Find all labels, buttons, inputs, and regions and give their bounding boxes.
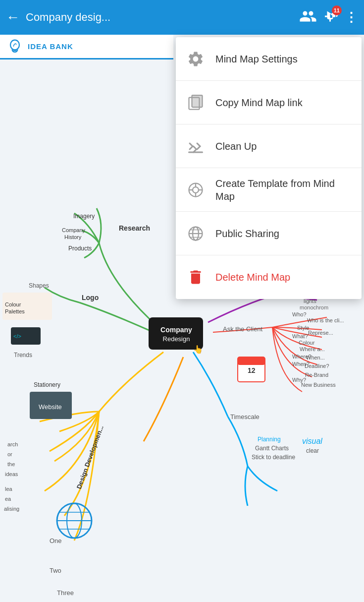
menu-label-create-template: Create Template from Mind Map	[215, 177, 352, 203]
svg-text:Ask the Client: Ask the Client	[223, 325, 263, 333]
svg-text:Colour: Colour	[5, 301, 21, 307]
svg-text:Where a...: Where a...	[300, 346, 325, 352]
svg-text:Website: Website	[39, 403, 62, 411]
menu-label-mind-map-settings: Mind Map Settings	[215, 53, 298, 65]
menu-item-delete-mind-map[interactable]: Delete Mind Map	[176, 255, 362, 299]
menu-item-create-template[interactable]: Create Template from Mind Map	[176, 168, 362, 212]
globe-icon	[186, 224, 206, 243]
menu-item-copy-link[interactable]: Copy Mind Map link	[176, 81, 362, 124]
dropdown-menu: Mind Map Settings Copy Mind Map link Cle…	[176, 37, 362, 299]
svg-text:Two: Two	[50, 567, 61, 574]
header-icons: 11 ⋮	[299, 7, 358, 27]
gear-icon	[186, 49, 206, 69]
svg-text:Represe...: Represe...	[308, 330, 333, 336]
users-icon-button[interactable]	[299, 7, 317, 27]
svg-text:</>: </>	[13, 333, 21, 339]
svg-text:Products: Products	[68, 245, 92, 252]
menu-item-public-sharing[interactable]: Public Sharing	[176, 212, 362, 255]
svg-text:👆: 👆	[193, 345, 203, 354]
svg-point-75	[193, 187, 199, 193]
svg-point-0	[10, 40, 19, 50]
svg-text:monochrom: monochrom	[300, 304, 328, 310]
svg-text:Who?: Who?	[292, 311, 307, 317]
svg-text:Re-Brand: Re-Brand	[305, 372, 328, 378]
svg-text:clear: clear	[306, 447, 319, 454]
svg-text:Style: Style	[297, 325, 309, 331]
back-button[interactable]: ←	[6, 9, 20, 25]
svg-text:arch: arch	[7, 441, 18, 447]
notification-badge: 11	[332, 5, 342, 15]
svg-text:Company: Company	[160, 326, 192, 334]
svg-text:Colour: Colour	[299, 340, 315, 346]
svg-text:Timescale: Timescale	[230, 413, 260, 421]
menu-label-clean-up: Clean Up	[215, 140, 257, 153]
svg-rect-71	[192, 95, 203, 107]
trash-icon	[186, 267, 206, 287]
svg-text:Redesign: Redesign	[163, 335, 190, 343]
svg-text:Planning: Planning	[258, 436, 281, 443]
menu-item-mind-map-settings[interactable]: Mind Map Settings	[176, 37, 362, 81]
menu-label-copy-link: Copy Mind Map link	[215, 96, 303, 109]
svg-text:12: 12	[248, 366, 256, 374]
more-options-button[interactable]: ⋮	[345, 10, 358, 25]
menu-label-delete-mind-map: Delete Mind Map	[215, 271, 290, 284]
svg-text:When...: When...	[306, 355, 325, 361]
svg-text:Shapes: Shapes	[29, 282, 49, 289]
idea-bank-tab[interactable]: IDEA BANK	[28, 42, 73, 51]
svg-text:Who is the cli...: Who is the cli...	[307, 317, 344, 323]
svg-text:Stick to deadline: Stick to deadline	[252, 454, 295, 461]
svg-text:Logo: Logo	[82, 294, 99, 301]
svg-text:lea: lea	[5, 486, 13, 492]
header: ← Company desig... 11 ⋮	[0, 0, 364, 35]
tab-bar: IDEA BANK	[0, 35, 173, 60]
menu-item-clean-up[interactable]: Clean Up	[176, 124, 362, 168]
svg-text:Imagery: Imagery	[73, 213, 95, 220]
svg-text:Deadline?: Deadline?	[305, 363, 329, 369]
svg-text:Research: Research	[119, 224, 150, 232]
idea-bank-icon	[6, 38, 24, 56]
svg-rect-63	[238, 357, 265, 365]
svg-text:ea: ea	[5, 496, 11, 502]
megaphone-icon-button[interactable]: 11	[322, 7, 340, 27]
svg-text:ideas: ideas	[5, 471, 18, 477]
link-icon	[186, 93, 206, 113]
menu-label-public-sharing: Public Sharing	[215, 227, 279, 240]
svg-text:What?: What?	[292, 333, 308, 339]
svg-text:the: the	[7, 461, 15, 467]
svg-text:One: One	[50, 537, 62, 544]
svg-text:visual: visual	[302, 437, 322, 445]
svg-text:New Business: New Business	[301, 382, 336, 388]
svg-text:History: History	[64, 234, 82, 240]
svg-text:Palettes: Palettes	[5, 308, 25, 314]
svg-text:Trends: Trends	[14, 352, 32, 359]
svg-text:or: or	[7, 451, 12, 457]
svg-text:Gantt Charts: Gantt Charts	[255, 445, 289, 452]
template-icon	[186, 180, 206, 200]
page-title: Company desig...	[26, 11, 299, 24]
svg-text:Stationery: Stationery	[34, 381, 60, 388]
svg-text:Three: Three	[57, 589, 74, 597]
clean-icon	[186, 136, 206, 156]
svg-text:alising: alising	[4, 506, 19, 512]
svg-text:Company: Company	[62, 227, 86, 233]
